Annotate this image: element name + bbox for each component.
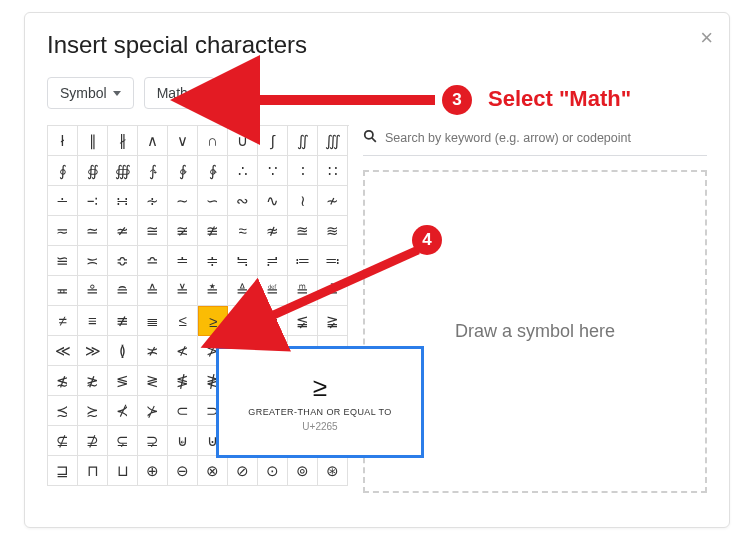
character-cell[interactable]: ∨ xyxy=(168,126,198,156)
character-cell[interactable]: ≅ xyxy=(138,216,168,246)
character-cell[interactable]: ≏ xyxy=(138,246,168,276)
character-cell[interactable]: ≀ xyxy=(288,186,318,216)
character-cell[interactable]: ∳ xyxy=(198,156,228,186)
character-cell[interactable]: ≒ xyxy=(228,246,258,276)
character-cell[interactable]: ≜ xyxy=(228,276,258,306)
character-cell[interactable]: ≿ xyxy=(78,396,108,426)
character-cell[interactable]: ⊖ xyxy=(168,456,198,486)
character-cell[interactable]: ≙ xyxy=(138,276,168,306)
character-cell[interactable]: ⊗ xyxy=(198,456,228,486)
close-icon[interactable]: × xyxy=(700,25,713,51)
character-cell[interactable]: ≴ xyxy=(48,366,78,396)
character-cell[interactable]: ⊁ xyxy=(138,396,168,426)
character-cell[interactable]: ∫ xyxy=(258,126,288,156)
character-cell[interactable]: ≖ xyxy=(48,276,78,306)
character-cell[interactable]: ≗ xyxy=(78,276,108,306)
subcategory-dropdown[interactable]: Math xyxy=(144,77,215,109)
character-cell[interactable]: ⊕ xyxy=(138,456,168,486)
character-cell[interactable]: ∮ xyxy=(48,156,78,186)
character-cell[interactable]: ≡ xyxy=(78,306,108,336)
character-cell[interactable]: ≉ xyxy=(258,216,288,246)
character-cell[interactable]: ∺ xyxy=(108,186,138,216)
character-cell[interactable]: ≑ xyxy=(198,246,228,276)
character-cell[interactable]: ≣ xyxy=(138,306,168,336)
character-cell[interactable]: ≛ xyxy=(198,276,228,306)
character-cell[interactable]: ∱ xyxy=(138,156,168,186)
character-cell[interactable]: ⊘ xyxy=(228,456,258,486)
character-cell[interactable]: ≦ xyxy=(228,306,258,336)
character-cell[interactable]: ≚ xyxy=(168,276,198,306)
character-cell[interactable]: ≋ xyxy=(318,216,348,246)
character-cell[interactable]: ≐ xyxy=(168,246,198,276)
character-cell[interactable]: ∩ xyxy=(198,126,228,156)
character-cell[interactable]: ⊙ xyxy=(258,456,288,486)
character-cell[interactable]: ≎ xyxy=(108,246,138,276)
character-cell[interactable]: ≟ xyxy=(318,276,348,306)
character-cell[interactable]: ≠ xyxy=(48,306,78,336)
character-cell[interactable]: ∹ xyxy=(78,186,108,216)
character-cell[interactable]: ∴ xyxy=(228,156,258,186)
character-cell[interactable]: ≓ xyxy=(258,246,288,276)
character-cell[interactable]: ∶ xyxy=(288,156,318,186)
character-cell[interactable]: ∸ xyxy=(48,186,78,216)
character-cell[interactable]: ⊌ xyxy=(168,426,198,456)
character-cell[interactable]: ⊔ xyxy=(108,456,138,486)
character-cell[interactable]: ∪ xyxy=(228,126,258,156)
character-cell[interactable]: ∵ xyxy=(258,156,288,186)
character-cell[interactable]: ≄ xyxy=(108,216,138,246)
character-cell[interactable]: ≇ xyxy=(198,216,228,246)
category-dropdown[interactable]: Symbol xyxy=(47,77,134,109)
character-cell[interactable]: ∲ xyxy=(168,156,198,186)
character-cell[interactable]: ⊈ xyxy=(48,426,78,456)
character-cell[interactable]: ≞ xyxy=(288,276,318,306)
character-cell[interactable]: ⊋ xyxy=(138,426,168,456)
character-cell[interactable]: ≊ xyxy=(288,216,318,246)
character-cell[interactable]: ≪ xyxy=(48,336,78,366)
character-cell[interactable]: ⊓ xyxy=(78,456,108,486)
character-cell[interactable]: ∷ xyxy=(318,156,348,186)
character-cell[interactable]: ≵ xyxy=(78,366,108,396)
search-input[interactable] xyxy=(385,131,707,145)
character-cell[interactable]: ≝ xyxy=(258,276,288,306)
character-cell[interactable]: ≍ xyxy=(78,246,108,276)
character-cell[interactable]: ⊒ xyxy=(48,456,78,486)
character-cell[interactable]: ≫ xyxy=(78,336,108,366)
character-cell[interactable]: ≨ xyxy=(288,306,318,336)
character-cell[interactable]: ≌ xyxy=(48,246,78,276)
character-cell[interactable]: ⊛ xyxy=(318,456,348,486)
character-cell[interactable]: ≕ xyxy=(318,246,348,276)
character-cell[interactable]: ≩ xyxy=(318,306,348,336)
character-cell[interactable]: ≧ xyxy=(258,306,288,336)
character-cell[interactable]: ⊂ xyxy=(168,396,198,426)
character-cell[interactable]: ≂ xyxy=(48,216,78,246)
character-cell[interactable]: ∥ xyxy=(78,126,108,156)
character-cell[interactable]: ⊚ xyxy=(288,456,318,486)
character-cell[interactable]: ∾ xyxy=(228,186,258,216)
character-cell[interactable]: ≶ xyxy=(108,366,138,396)
character-cell[interactable]: ⊀ xyxy=(108,396,138,426)
character-cell[interactable]: ≢ xyxy=(108,306,138,336)
character-cell[interactable]: ∰ xyxy=(108,156,138,186)
character-cell[interactable]: ≈ xyxy=(228,216,258,246)
character-cell[interactable]: ≆ xyxy=(168,216,198,246)
character-cell[interactable]: ∿ xyxy=(258,186,288,216)
character-cell[interactable]: ≤ xyxy=(168,306,198,336)
character-cell[interactable]: ≬ xyxy=(108,336,138,366)
character-cell[interactable]: ≸ xyxy=(168,366,198,396)
character-cell[interactable]: ∦ xyxy=(108,126,138,156)
character-cell[interactable]: ≭ xyxy=(138,336,168,366)
character-cell[interactable]: ł xyxy=(48,126,78,156)
character-cell[interactable]: ∽ xyxy=(198,186,228,216)
character-cell[interactable]: ≷ xyxy=(138,366,168,396)
character-cell[interactable]: ≁ xyxy=(318,186,348,216)
character-cell[interactable]: ∻ xyxy=(138,186,168,216)
character-cell[interactable]: ≥ xyxy=(198,306,228,336)
character-cell[interactable]: ∼ xyxy=(168,186,198,216)
character-cell[interactable]: ∧ xyxy=(138,126,168,156)
character-cell[interactable]: ≾ xyxy=(48,396,78,426)
character-cell[interactable]: ∬ xyxy=(288,126,318,156)
character-cell[interactable]: ⊊ xyxy=(108,426,138,456)
character-cell[interactable]: ∭ xyxy=(318,126,348,156)
character-cell[interactable]: ≮ xyxy=(168,336,198,366)
character-cell[interactable]: ≃ xyxy=(78,216,108,246)
